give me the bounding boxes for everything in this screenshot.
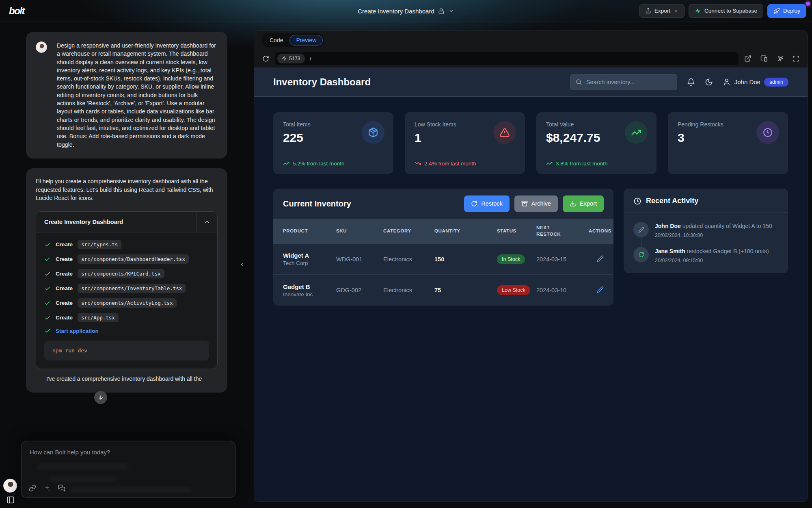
- next-restock-cell: 2024-03-10: [536, 287, 589, 293]
- check-icon: [44, 241, 51, 248]
- connect-supabase-label: Connect to Supabase: [704, 8, 757, 14]
- check-icon: [44, 300, 51, 306]
- deploy-button[interactable]: Deploy: [767, 4, 806, 18]
- profile-avatar[interactable]: [3, 479, 17, 493]
- next-restock-cell: 2024-03-15: [536, 256, 589, 263]
- responsive-devices-icon[interactable]: [760, 55, 768, 62]
- user-avatar: [36, 41, 47, 53]
- pencil-icon: [633, 222, 649, 237]
- scroll-to-bottom-button[interactable]: [94, 391, 107, 404]
- project-title-group[interactable]: Create Inventory Dashboard: [358, 0, 454, 22]
- assistant-outro-text: I've created a comprehensive inventory d…: [36, 376, 218, 382]
- open-in-new-tab-icon[interactable]: [744, 55, 752, 62]
- user-message: Design a responsive and user-friendly in…: [26, 32, 227, 158]
- download-icon: [570, 200, 576, 207]
- supplier-name: Tech Corp: [283, 260, 336, 266]
- check-icon: [44, 256, 51, 263]
- file-chip[interactable]: src/components/InventoryTable.tsx: [78, 284, 186, 293]
- quantity-cell[interactable]: 150: [434, 256, 497, 263]
- edit-row-button[interactable]: [597, 286, 604, 293]
- status-badge: In Stock: [497, 254, 525, 264]
- kpi-card-total-value: Total Value $8,247.75 3.8% from last mon…: [536, 112, 657, 174]
- category-cell: Electronics: [383, 256, 434, 263]
- export-button[interactable]: Export: [639, 4, 685, 18]
- artifact-action-row: Create src/types.ts: [44, 240, 209, 249]
- chevron-up-icon: [204, 219, 210, 225]
- dashboard-title: Inventory Dashboard: [273, 76, 371, 88]
- tab-code[interactable]: Code: [263, 35, 289, 46]
- category-cell: Electronics: [383, 287, 434, 293]
- file-chip[interactable]: src/components/ActivityLog.tsx: [78, 298, 177, 308]
- refresh-icon: [471, 200, 477, 207]
- inspector-cursor-icon[interactable]: [777, 55, 784, 62]
- tab-preview[interactable]: Preview: [289, 35, 323, 46]
- artifact-action-row: Create src/components/KPICard.tsx: [44, 269, 209, 278]
- inventory-title: Current Inventory: [283, 199, 351, 208]
- archive-button[interactable]: Archive: [514, 195, 558, 212]
- dark-mode-moon-icon[interactable]: [705, 78, 713, 86]
- port-zap-icon: [282, 56, 287, 61]
- activity-text: Jane Smith restocked Gadget B (+100 unit…: [655, 247, 769, 255]
- assistant-message: I'll help you create a comprehensive inv…: [26, 168, 227, 393]
- artifact-action-row: Create src/components/DashboardHeader.ts…: [44, 254, 209, 264]
- user-icon: [723, 78, 731, 86]
- activity-item: John Doe updated quantity of Widget A to…: [633, 222, 778, 238]
- kpi-card-low-stock: Low Stock Items 1 2.4% from last month: [405, 112, 525, 174]
- recent-activity-panel: Recent Activity John Doe updated quantit…: [624, 189, 788, 273]
- activity-title: Recent Activity: [646, 197, 698, 205]
- file-chip[interactable]: src/components/DashboardHeader.tsx: [78, 254, 189, 264]
- alert-triangle-icon: [493, 121, 516, 144]
- kpi-change: 2.4% from last month: [415, 160, 476, 167]
- chat-input[interactable]: [22, 441, 235, 476]
- role-badge: admin: [764, 78, 788, 87]
- trending-up-icon: [546, 160, 553, 167]
- action-verb: Create: [56, 241, 73, 247]
- reload-icon[interactable]: [262, 55, 269, 62]
- action-verb: Create: [56, 285, 73, 291]
- discuss-mode-icon[interactable]: [58, 484, 65, 492]
- rocket-icon: [773, 8, 780, 14]
- product-name: Widget A: [283, 252, 336, 259]
- collapse-artifact-button[interactable]: [196, 212, 217, 232]
- connect-supabase-button[interactable]: Connect to Supabase: [689, 4, 763, 18]
- inventory-search-box[interactable]: [570, 74, 677, 90]
- export-table-button[interactable]: Export: [563, 195, 604, 212]
- artifact-action-row: Create src/components/InventoryTable.tsx: [44, 284, 209, 293]
- quantity-cell[interactable]: 75: [434, 287, 497, 293]
- edit-row-button[interactable]: [597, 255, 604, 262]
- sparkles-icon[interactable]: [43, 484, 51, 492]
- check-icon: [44, 328, 51, 334]
- column-header: Product: [283, 228, 336, 234]
- link-icon[interactable]: [29, 484, 36, 492]
- arrow-down-icon: [97, 394, 104, 401]
- status-badge: Low Stock: [497, 285, 530, 295]
- artifact-action-row: Create src/components/ActivityLog.tsx: [44, 298, 209, 308]
- file-chip[interactable]: src/App.tsx: [78, 313, 119, 322]
- action-verb: Create: [56, 315, 73, 321]
- restock-button[interactable]: Restock: [464, 195, 509, 212]
- port-pill[interactable]: 5173: [277, 54, 305, 63]
- file-chip[interactable]: src/components/KPICard.tsx: [78, 269, 164, 278]
- bolt-logo[interactable]: bolt: [6, 5, 24, 17]
- artifact-action-row: Create src/App.tsx: [44, 313, 209, 322]
- activity-timestamp: 20/02/2024, 09:15:00: [655, 258, 769, 263]
- kpi-row: Total Items 225 5.2% from last month Low…: [273, 112, 788, 174]
- sidebar-toggle-icon[interactable]: [6, 496, 15, 504]
- chevron-down-icon[interactable]: [449, 8, 454, 14]
- search-input[interactable]: [586, 79, 672, 85]
- user-menu[interactable]: John Doe admin: [723, 78, 788, 87]
- file-chip[interactable]: src/types.ts: [78, 240, 121, 249]
- collapse-chat-handle[interactable]: ‹: [241, 259, 244, 269]
- start-application-row: Start application: [44, 328, 209, 334]
- dashboard-header: Inventory Dashboard: [254, 67, 808, 97]
- action-verb: Create: [56, 300, 73, 306]
- url-field[interactable]: 5173 /: [275, 52, 739, 65]
- kpi-change: 5.2% from last month: [283, 160, 345, 167]
- notifications-bell-icon[interactable]: [687, 78, 695, 86]
- artifact-title: Create Inventory Dashboard: [36, 212, 196, 232]
- start-application-link[interactable]: Start application: [56, 328, 99, 334]
- package-icon: [362, 121, 384, 144]
- fullscreen-icon[interactable]: [793, 55, 799, 62]
- activity-item: Jane Smith restocked Gadget B (+100 unit…: [633, 247, 778, 263]
- column-header: Next Restock: [536, 225, 573, 237]
